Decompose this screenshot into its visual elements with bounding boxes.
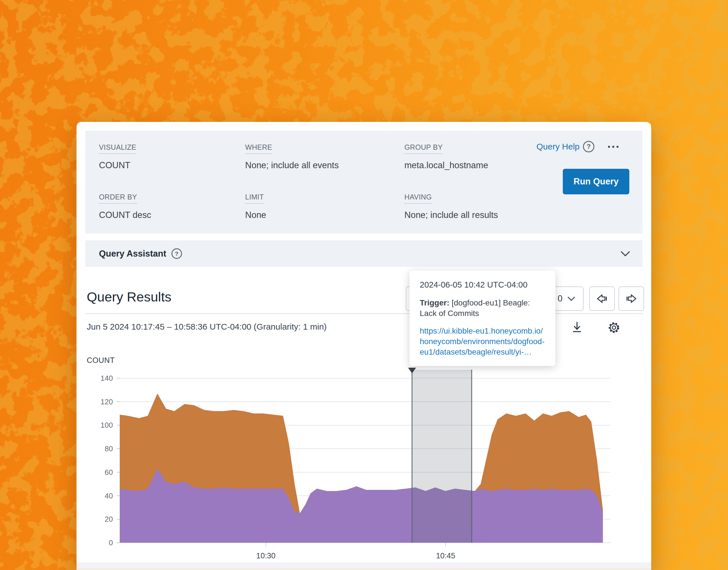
x-tick-label: 10:30: [256, 552, 276, 560]
clause-label: GROUP BY: [404, 143, 443, 154]
y-tick-label: 100: [101, 421, 113, 430]
y-tick-label: 20: [105, 515, 113, 523]
tooltip-timestamp: 2024-06-05 10:42 UTC-04:00: [420, 280, 545, 290]
y-tick-label: 60: [105, 468, 113, 477]
results-chart[interactable]: 02040608010012014010:3010:45: [76, 366, 651, 570]
more-menu-icon[interactable]: [608, 146, 618, 148]
arrow-back-icon: [595, 292, 609, 305]
clause-value[interactable]: None: [245, 210, 266, 220]
clause-order-by[interactable]: ORDER BY COUNT desc: [99, 193, 151, 220]
query-builder: VISUALIZE COUNT WHERE None; include all …: [85, 131, 643, 234]
y-tick-label: 140: [101, 374, 113, 382]
clause-group-by[interactable]: GROUP BY meta.local_hostname: [404, 143, 488, 171]
clause-label: WHERE: [245, 143, 272, 154]
clause-value[interactable]: COUNT desc: [99, 210, 151, 220]
selection-band[interactable]: [412, 370, 472, 543]
y-tick-label: 40: [105, 492, 113, 500]
download-icon[interactable]: [571, 321, 583, 334]
results-footer-strip-edge: [76, 568, 651, 570]
clause-limit[interactable]: LIMIT None: [245, 193, 266, 220]
run-query-button[interactable]: Run Query: [563, 169, 629, 194]
clause-label: HAVING: [404, 193, 432, 204]
time-forward-button[interactable]: [618, 286, 644, 311]
help-circle-icon: ?: [171, 248, 182, 259]
screenshot-root: VISUALIZE COUNT WHERE None; include all …: [0, 0, 728, 570]
clause-value[interactable]: None; include all events: [245, 160, 339, 171]
tooltip-trigger-link[interactable]: https://ui.kibble-eu1.honeycomb.io/honey…: [420, 326, 545, 357]
clause-label: ORDER BY: [99, 193, 137, 204]
time-back-button[interactable]: [589, 286, 615, 311]
page-title: Query Results: [87, 289, 171, 305]
clause-value[interactable]: None; include all results: [404, 210, 498, 220]
query-assistant-bar[interactable]: Query Assistant ?: [85, 240, 643, 267]
x-tick-label: 10:45: [436, 552, 455, 560]
chevron-down-icon: [567, 296, 576, 301]
arrow-forward-icon: [624, 292, 638, 305]
clause-value[interactable]: COUNT: [99, 160, 136, 171]
y-tick-label: 120: [101, 397, 113, 406]
y-tick-label: 0: [109, 538, 113, 547]
clause-value[interactable]: meta.local_hostname: [404, 160, 488, 171]
chart-tooltip: 2024-06-05 10:42 UTC-04:00 Trigger: [dog…: [409, 271, 555, 366]
clause-visualize[interactable]: VISUALIZE COUNT: [99, 143, 136, 171]
help-circle-icon: ?: [583, 141, 594, 152]
time-range-dropdown-value: 0: [558, 294, 562, 304]
divider: [85, 313, 643, 314]
query-help-link[interactable]: Query Help ?: [536, 141, 594, 152]
clause-having[interactable]: HAVING None; include all results: [404, 193, 498, 220]
clause-where[interactable]: WHERE None; include all events: [245, 143, 339, 171]
clause-label: LIMIT: [245, 193, 264, 204]
y-tick-label: 80: [105, 445, 113, 453]
query-card: VISUALIZE COUNT WHERE None; include all …: [76, 122, 651, 570]
gear-icon[interactable]: [607, 321, 621, 334]
y-axis-title: COUNT: [87, 356, 115, 365]
query-time-range: Jun 5 2024 10:17:45 – 10:58:36 UTC-04:00…: [87, 322, 327, 332]
clause-label: VISUALIZE: [99, 143, 136, 154]
tooltip-trigger-text: Trigger: [dogfood-eu1] Beagle: Lack of C…: [420, 297, 545, 318]
chevron-down-icon[interactable]: [620, 251, 630, 257]
